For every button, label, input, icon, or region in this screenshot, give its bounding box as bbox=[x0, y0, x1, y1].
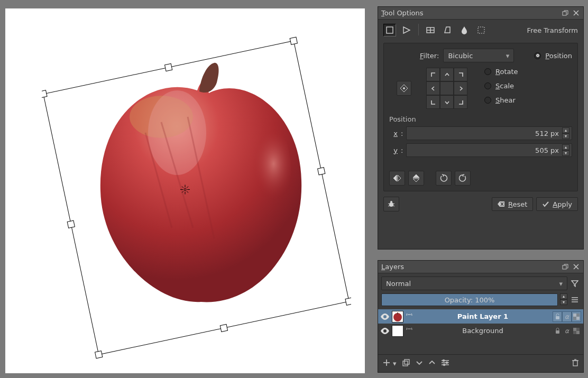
add-layer-button[interactable] bbox=[382, 358, 391, 368]
svg-rect-7 bbox=[42, 90, 47, 98]
anchor-bottom-left[interactable] bbox=[426, 95, 440, 109]
layer-thumbnail bbox=[392, 311, 403, 322]
x-label: x bbox=[389, 130, 398, 137]
inherit-alpha-icon[interactable] bbox=[572, 326, 581, 336]
filter-dropdown[interactable]: Bicubic ▾ bbox=[443, 49, 514, 62]
layer-name[interactable]: Paint Layer 1 bbox=[414, 312, 552, 320]
close-icon[interactable] bbox=[572, 263, 580, 271]
divider bbox=[418, 24, 419, 35]
arrow-left-icon[interactable] bbox=[426, 81, 440, 95]
move-layer-down-button[interactable] bbox=[416, 359, 423, 368]
apply-button[interactable]: Apply bbox=[536, 197, 578, 211]
opacity-step-up[interactable]: ▴ bbox=[560, 293, 567, 299]
svg-rect-27 bbox=[387, 27, 393, 33]
y-position-input[interactable]: 505 px ▴▾ bbox=[406, 143, 572, 157]
detach-icon[interactable] bbox=[561, 263, 569, 271]
transform-type-icons bbox=[383, 24, 488, 36]
rotate-ccw-button[interactable] bbox=[436, 171, 452, 186]
mesh-type-icon[interactable] bbox=[475, 24, 488, 36]
blend-mode-dropdown[interactable]: Normal ▾ bbox=[381, 276, 567, 290]
svg-rect-57 bbox=[403, 361, 408, 366]
lock-icon[interactable] bbox=[553, 326, 562, 336]
canvas-content-apple bbox=[82, 53, 312, 306]
x-step-up[interactable]: ▴ bbox=[562, 127, 569, 133]
layer-properties-button[interactable] bbox=[441, 359, 449, 368]
arrow-up-icon[interactable] bbox=[440, 68, 454, 81]
mode-scale-radio[interactable]: Scale bbox=[484, 82, 518, 90]
liquify-type-icon[interactable] bbox=[458, 24, 471, 36]
alpha-icon[interactable]: α bbox=[562, 311, 572, 322]
svg-rect-49 bbox=[573, 314, 576, 317]
filter-value: Bicubic bbox=[448, 52, 473, 60]
x-value: 512 px bbox=[535, 130, 562, 137]
close-icon[interactable] bbox=[572, 9, 580, 17]
rotate-cw-button[interactable] bbox=[455, 171, 471, 186]
canvas[interactable] bbox=[5, 8, 365, 373]
chevron-down-icon: ▾ bbox=[559, 280, 563, 288]
y-label: y bbox=[389, 146, 398, 154]
transform-mode-label: Free Transform bbox=[527, 26, 578, 34]
svg-rect-54 bbox=[576, 331, 580, 334]
anchor-center[interactable] bbox=[440, 81, 454, 95]
layer-row-background[interactable]: Background α bbox=[378, 324, 583, 338]
free-transform-type-icon[interactable] bbox=[383, 24, 396, 36]
mode-rotate-radio[interactable]: Rotate bbox=[484, 68, 518, 76]
bug-button[interactable] bbox=[383, 197, 399, 211]
svg-rect-65 bbox=[573, 361, 577, 366]
layer-name[interactable]: Background bbox=[414, 327, 552, 335]
layer-group-icon[interactable] bbox=[406, 314, 413, 320]
transform-origin-button[interactable] bbox=[397, 81, 411, 96]
y-step-up[interactable]: ▴ bbox=[562, 144, 569, 150]
visibility-icon[interactable] bbox=[380, 314, 390, 320]
reset-button[interactable]: Reset bbox=[492, 197, 533, 211]
y-step-down[interactable]: ▾ bbox=[562, 150, 569, 156]
transform-anchor-icon[interactable] bbox=[179, 183, 191, 199]
alpha-icon[interactable]: α bbox=[562, 326, 572, 336]
svg-rect-58 bbox=[405, 359, 409, 364]
layers-panel: Layers Normal ▾ Opacity: 100% ▴▾ Paint L… bbox=[378, 260, 584, 373]
add-layer-menu-icon[interactable]: ▾ bbox=[393, 359, 397, 367]
arrow-down-icon[interactable] bbox=[440, 95, 454, 109]
x-position-input[interactable]: 512 px ▴▾ bbox=[406, 126, 572, 140]
flip-vertical-button[interactable] bbox=[408, 171, 424, 186]
svg-point-63 bbox=[446, 362, 447, 364]
check-icon bbox=[542, 201, 549, 207]
chevron-down-icon: ▾ bbox=[506, 52, 510, 60]
mode-shear-radio[interactable]: Shear bbox=[484, 96, 518, 104]
anchor-top-right[interactable] bbox=[454, 68, 467, 81]
layer-options-icon[interactable] bbox=[569, 293, 580, 306]
tool-options-panel: Tool Options Free Transform Filter: bbox=[378, 6, 584, 250]
tool-options-title: Tool Options bbox=[381, 9, 424, 17]
svg-point-32 bbox=[403, 88, 405, 89]
svg-point-15 bbox=[184, 189, 186, 191]
layer-group-icon[interactable] bbox=[406, 328, 413, 334]
arrow-right-icon[interactable] bbox=[454, 81, 467, 95]
opacity-step-down[interactable]: ▾ bbox=[560, 299, 567, 305]
x-step-down[interactable]: ▾ bbox=[562, 133, 569, 139]
perspective-type-icon[interactable] bbox=[441, 24, 454, 36]
mode-position-radio[interactable]: Position bbox=[534, 52, 572, 60]
duplicate-layer-button[interactable] bbox=[402, 358, 410, 368]
delete-layer-button[interactable] bbox=[572, 358, 579, 368]
warp-type-icon[interactable] bbox=[400, 24, 413, 36]
opacity-slider[interactable]: Opacity: 100% bbox=[381, 293, 558, 306]
position-section-label: Position bbox=[389, 115, 572, 123]
svg-rect-14 bbox=[318, 168, 325, 175]
backspace-icon bbox=[498, 201, 505, 207]
svg-rect-10 bbox=[345, 298, 351, 305]
cage-type-icon[interactable] bbox=[424, 24, 437, 36]
visibility-icon[interactable] bbox=[380, 328, 390, 334]
layer-thumbnail bbox=[392, 325, 403, 337]
flip-horizontal-button[interactable] bbox=[389, 171, 405, 186]
anchor-top-left[interactable] bbox=[426, 68, 440, 81]
filter-layers-icon[interactable] bbox=[569, 276, 580, 290]
move-layer-up-button[interactable] bbox=[428, 359, 436, 368]
anchor-bottom-right[interactable] bbox=[454, 95, 467, 109]
svg-line-22 bbox=[182, 191, 183, 193]
layer-row-paint-layer-1[interactable]: Paint Layer 1 α bbox=[378, 309, 583, 324]
detach-icon[interactable] bbox=[561, 9, 569, 17]
svg-rect-12 bbox=[220, 324, 227, 331]
svg-line-37 bbox=[388, 206, 390, 206]
lock-icon[interactable] bbox=[553, 311, 562, 322]
inherit-alpha-icon[interactable] bbox=[572, 311, 581, 322]
